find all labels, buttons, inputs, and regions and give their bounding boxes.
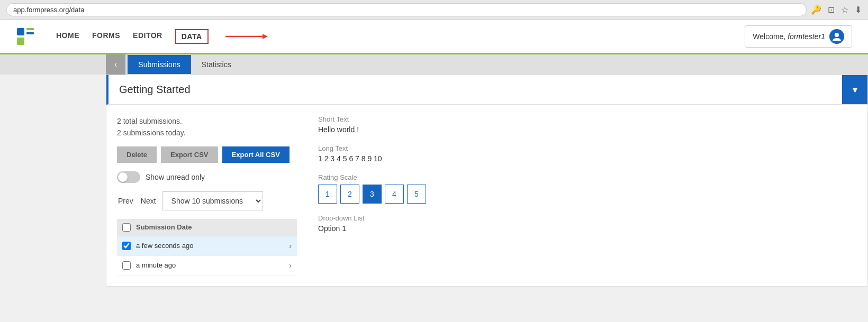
key-icon: 🔑 [811, 5, 821, 15]
nav-links: HOME FORMS EDITOR DATA [56, 29, 729, 44]
left-panel-wrapper: 2 total submissions. 2 submissions today… [117, 115, 297, 275]
action-buttons: Delete Export CSV Export All CSV [117, 146, 297, 163]
show-submissions-select[interactable]: Show 10 submissions Show 25 submissions … [162, 191, 263, 210]
rating-btn-2[interactable]: 2 [340, 185, 359, 204]
left-panel: 2 total submissions. 2 submissions today… [117, 115, 297, 275]
short-text-label: Short Text [318, 115, 857, 123]
row-1-arrow: › [289, 242, 292, 250]
rating-btn-1[interactable]: 1 [318, 185, 337, 204]
long-text-section: Long Text 1 2 3 4 5 6 7 8 9 10 [318, 144, 857, 163]
nav-home[interactable]: HOME [56, 29, 79, 44]
content-area: Getting Started ▾ [106, 75, 868, 287]
browser-icons: 🔑 ⊡ ☆ ⬇ [811, 5, 862, 15]
table-row[interactable]: a few seconds ago › [117, 236, 297, 256]
row-2-date: a minute ago [136, 261, 284, 269]
short-text-value: Hello world ! [318, 125, 857, 134]
rating-label: Rating Scale [318, 173, 857, 181]
today-submissions: 2 submissions today. [117, 127, 297, 139]
next-button[interactable]: Next [140, 195, 157, 207]
row-1-date: a few seconds ago [136, 242, 284, 250]
select-all-checkbox[interactable] [122, 223, 131, 232]
content-body: 2 total submissions. 2 submissions today… [106, 105, 867, 286]
svg-rect-1 [17, 38, 24, 45]
back-button[interactable]: ‹ [106, 54, 125, 75]
rating-options: 1 2 3 4 5 [318, 185, 857, 204]
submission-stats: 2 total submissions. 2 submissions today… [117, 115, 297, 139]
table-header: Submission Date [117, 219, 297, 236]
url-bar[interactable]: app.formpress.org/data [6, 3, 807, 16]
form-title-bar: Getting Started ▾ [106, 75, 867, 105]
row-1-checkbox[interactable] [122, 242, 131, 250]
download-icon: ⬇ [855, 5, 862, 15]
collapse-button[interactable]: ▾ [842, 75, 867, 104]
svg-point-6 [835, 33, 839, 37]
rating-btn-4[interactable]: 4 [385, 185, 404, 204]
tab-statistics[interactable]: Statistics [191, 55, 242, 74]
right-panel: Short Text Hello world ! Long Text 1 2 3… [318, 115, 857, 275]
svg-rect-2 [26, 28, 34, 30]
username: formtester1 [788, 32, 825, 41]
long-text-label: Long Text [318, 144, 857, 152]
svg-rect-3 [26, 32, 34, 34]
row-2-checkbox[interactable] [122, 261, 131, 270]
submissions-table: Submission Date a few seconds ago › a mi… [117, 219, 297, 275]
toggle-knob [118, 172, 128, 182]
dropdown-value: Option 1 [318, 224, 857, 233]
welcome-text: Welcome, formtester1 [753, 32, 825, 41]
star-icon: ☆ [841, 5, 848, 15]
logo [16, 27, 35, 46]
long-text-value: 1 2 3 4 5 6 7 8 9 10 [318, 154, 857, 163]
delete-button[interactable]: Delete [117, 146, 157, 163]
translate-icon: ⊡ [828, 5, 835, 15]
dropdown-label: Drop-down List [318, 214, 857, 222]
toggle-label: Show unread only [146, 173, 205, 181]
user-avatar [829, 29, 844, 44]
rating-btn-3[interactable]: 3 [363, 185, 382, 204]
svg-marker-5 [263, 34, 268, 39]
table-header-label: Submission Date [136, 223, 192, 231]
top-nav: HOME FORMS EDITOR DATA Welcome, formtest… [0, 20, 868, 54]
nav-data[interactable]: DATA [175, 29, 209, 44]
row-2-arrow: › [289, 261, 292, 270]
user-area: Welcome, formtester1 [745, 25, 852, 48]
arrow-to-data [225, 29, 268, 44]
pagination-row: Prev Next Show 10 submissions Show 25 su… [117, 191, 297, 210]
export-all-button[interactable]: Export All CSV [222, 146, 290, 163]
nav-editor[interactable]: EDITOR [133, 29, 162, 44]
short-text-section: Short Text Hello world ! [318, 115, 857, 134]
unread-toggle[interactable] [117, 171, 140, 183]
prev-button[interactable]: Prev [117, 195, 134, 207]
browser-bar: app.formpress.org/data 🔑 ⊡ ☆ ⬇ [0, 0, 868, 20]
rating-btn-5[interactable]: 5 [407, 185, 426, 204]
chevron-down-icon: ▾ [853, 84, 857, 96]
nav-forms[interactable]: FORMS [92, 29, 120, 44]
toggle-row: Show unread only [117, 171, 297, 183]
rating-section: Rating Scale 1 2 3 4 5 [318, 173, 857, 204]
svg-rect-0 [17, 28, 24, 35]
dropdown-section: Drop-down List Option 1 [318, 214, 857, 233]
table-row[interactable]: a minute ago › [117, 256, 297, 275]
form-title: Getting Started [119, 84, 857, 96]
export-csv-button[interactable]: Export CSV [161, 146, 218, 163]
main-wrapper: Getting Started ▾ [0, 75, 868, 287]
total-submissions: 2 total submissions. [117, 115, 297, 127]
tab-submissions[interactable]: Submissions [128, 55, 191, 74]
sub-nav: ‹ Submissions Statistics [0, 54, 868, 75]
